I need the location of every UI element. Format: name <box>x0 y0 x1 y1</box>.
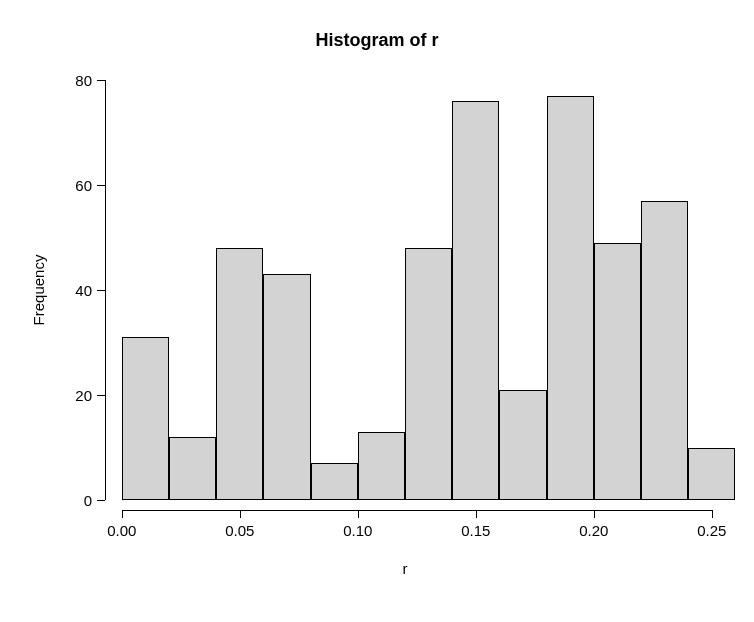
histogram-bar <box>311 463 358 500</box>
y-tick-label: 0 <box>32 492 92 509</box>
histogram-bar <box>122 337 169 500</box>
histogram-bar <box>263 274 310 500</box>
y-axis-label: Frequency <box>30 255 47 326</box>
y-tick-label: 80 <box>32 72 92 89</box>
histogram-bar <box>547 96 594 500</box>
histogram-chart: Histogram of r 020406080 0.000.050.100.1… <box>0 0 754 622</box>
y-tick <box>97 290 105 291</box>
x-tick-label: 0.05 <box>225 522 254 539</box>
x-tick-label: 0.20 <box>579 522 608 539</box>
x-tick <box>712 510 713 518</box>
x-tick-label: 0.25 <box>697 522 726 539</box>
histogram-bar <box>169 437 216 500</box>
histogram-bar <box>216 248 263 500</box>
x-tick-label: 0.10 <box>343 522 372 539</box>
x-tick <box>476 510 477 518</box>
histogram-bar <box>358 432 405 500</box>
histogram-bar <box>499 390 546 500</box>
x-tick-label: 0.15 <box>461 522 490 539</box>
y-tick-label: 60 <box>32 177 92 194</box>
histogram-bar <box>688 448 735 501</box>
y-tick <box>97 395 105 396</box>
histogram-bar <box>641 201 688 500</box>
x-axis-label: r <box>403 560 408 577</box>
x-tick <box>240 510 241 518</box>
y-tick <box>97 185 105 186</box>
x-tick <box>358 510 359 518</box>
y-tick <box>97 80 105 81</box>
y-axis <box>105 80 106 500</box>
histogram-bar <box>594 243 641 500</box>
x-axis <box>122 510 712 511</box>
x-tick-label: 0.00 <box>107 522 136 539</box>
y-tick <box>97 500 105 501</box>
y-tick-label: 20 <box>32 387 92 404</box>
histogram-bar <box>452 101 499 500</box>
x-tick <box>122 510 123 518</box>
x-tick <box>594 510 595 518</box>
plot-area <box>110 80 700 500</box>
chart-title: Histogram of r <box>0 30 754 51</box>
histogram-bar <box>405 248 452 500</box>
